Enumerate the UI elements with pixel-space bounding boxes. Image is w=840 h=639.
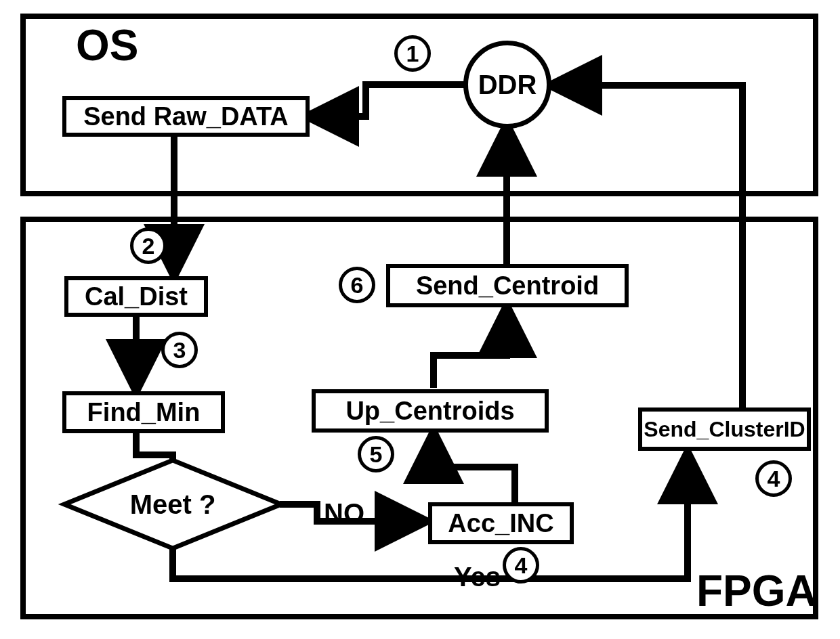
send-centroid-label: Send_Centroid	[416, 271, 599, 301]
diagram-canvas: OS FPGA DDR	[0, 0, 840, 639]
send-raw-label: Send Raw_DATA	[83, 102, 289, 131]
ddr-node: DDR	[463, 41, 551, 129]
send-centroid-box: Send_Centroid	[386, 264, 629, 307]
step-2: 2	[130, 227, 167, 264]
send-clusterid-box: Send_ClusterID	[638, 407, 811, 451]
no-label: NO	[324, 498, 364, 529]
step-3: 3	[161, 332, 198, 368]
acc-inc-box: Acc_INC	[428, 502, 574, 544]
up-centroids-label: Up_Centroids	[345, 397, 514, 426]
find-min-label: Find_Min	[87, 398, 201, 427]
cal-dist-box: Cal_Dist	[64, 276, 208, 317]
meet-label: Meet ?	[130, 489, 216, 520]
find-min-box: Find_Min	[62, 391, 225, 433]
step-5: 5	[358, 436, 394, 472]
yes-label: Yes	[454, 562, 501, 592]
step-4a: 4	[503, 547, 539, 583]
cal-dist-label: Cal_Dist	[85, 282, 188, 311]
meet-decision: Meet ?	[64, 460, 281, 548]
up-centroids-box: Up_Centroids	[312, 389, 549, 433]
ddr-label: DDR	[478, 70, 537, 100]
step-4b: 4	[755, 460, 792, 497]
step-6: 6	[339, 267, 375, 303]
acc-inc-label: Acc_INC	[448, 509, 553, 538]
send-raw-box: Send Raw_DATA	[62, 96, 310, 137]
step-1: 1	[394, 35, 431, 72]
send-clusterid-label: Send_ClusterID	[644, 417, 805, 442]
